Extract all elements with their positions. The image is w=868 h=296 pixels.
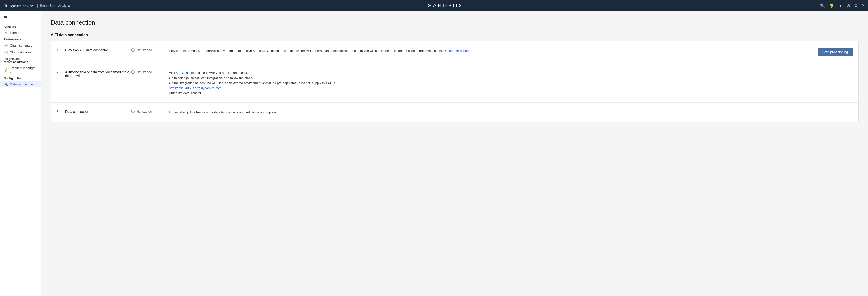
app-name: Smart Store Analytics [40,4,71,7]
step-2-name: Authorize flow of data from your smart s… [65,70,131,78]
sidebar-item-data-connection[interactable]: 🔌 Data connection [0,81,41,87]
step-2-line-1: Visit AiFi Console and log in with you a… [169,71,248,75]
sidebar-section-analytics: Analytics [0,23,41,29]
step-2-radio [131,71,134,74]
filter-icon[interactable]: ⊘ [847,3,850,8]
section-title: AiFi data connection [51,33,859,37]
brand-name: Dynamics 365 [10,4,33,8]
step-1-description: Provision the Smart Store Analytics envi… [169,48,810,53]
search-icon[interactable]: 🔍 [820,3,825,8]
step-1-action: Start provisioning [810,48,852,56]
topbar: ⊞ Dynamics 365 | Smart Store Analytics S… [0,0,868,11]
sidebar-item-frequently-label: Frequently bought t... [10,66,37,73]
bar-chart-icon: 📊 [4,50,8,54]
sidebar-item-store-label: Store drilldown [10,50,31,54]
start-provisioning-button[interactable]: Start provisioning [818,48,852,56]
step-3-status: Not started [131,109,169,113]
step-2-line-3: On the integration screen, the URL for t… [169,81,335,85]
sidebar-item-chain-summary[interactable]: 📈 Chain summary [0,42,41,49]
step-2-number: 2. [57,70,65,74]
sidebar-section-performance: Performance [0,36,41,42]
settings-icon[interactable]: ⚙ [854,3,858,8]
aifi-console-link[interactable]: AiFi Console [176,71,194,75]
help-icon[interactable]: ? [862,3,864,8]
customer-support-link[interactable]: Customer support. [445,49,471,53]
brand-separator: | [37,4,38,7]
step-3-name: Data connection [65,109,131,113]
plus-icon[interactable]: ＋ [838,3,842,8]
chart-icon: 📈 [4,44,8,47]
insights-icon: 💡 [4,68,8,72]
sidebar-item-chain-label: Chain summary [10,44,32,47]
sidebar-item-data-connection-label: Data connection [10,82,33,86]
step-2-line-2: Go to settings, select Start integration… [169,76,253,80]
step-3-row: 3. Data connection Not started It may ta… [51,103,858,122]
dataverse-url-link[interactable]: https://ssa0405us.crm.dynamics.com. [169,86,222,90]
sidebar: ☰ Analytics ⌂ Home Performance 📈 Chain s… [0,11,41,296]
main-content: Data connection AiFi data connection 1. … [41,11,868,296]
step-1-number: 1. [57,48,65,52]
home-icon: ⌂ [4,31,8,34]
topbar-icons: 🔍 💡 ＋ ⊘ ⚙ ? [820,3,864,8]
step-2-status: Not started [131,70,169,74]
layout: ☰ Analytics ⌂ Home Performance 📈 Chain s… [0,11,868,296]
step-1-status-text: Not started [136,48,152,52]
steps-card: 1. Provision AiFi data connector Not sta… [51,41,859,122]
data-connection-icon: 🔌 [4,82,8,86]
lightbulb-icon[interactable]: 💡 [829,3,834,8]
sidebar-item-home-label: Home [10,31,19,34]
sidebar-section-insights: Insights andrecommendations [0,55,41,65]
step-1-row: 1. Provision AiFi data connector Not sta… [51,41,858,63]
sidebar-item-frequently-bought[interactable]: 💡 Frequently bought t... [0,65,41,75]
step-2-description: Visit AiFi Console and log in with you a… [169,70,810,96]
page-title: Data connection [51,19,859,26]
step-2-row: 2. Authorize flow of data from your smar… [51,63,858,103]
step-3-number: 3. [57,109,65,113]
step-3-description: It may take up to a few days for data to… [169,109,810,115]
sidebar-menu-toggle[interactable]: ☰ [0,13,41,23]
step-3-status-text: Not started [136,110,152,113]
step-1-status: Not started [131,48,169,52]
sidebar-item-home[interactable]: ⌂ Home [0,29,41,36]
step-3-radio [131,110,134,113]
step-2-status-text: Not started [136,70,152,74]
step-1-name: Provision AiFi data connector [65,48,131,52]
step-2-line-5: Authorize data transfer. [169,91,202,95]
sidebar-section-configuration: Configuration [0,75,41,81]
waffle-icon[interactable]: ⊞ [4,4,7,8]
sandbox-label: SANDBOX [71,3,820,9]
step-1-radio [131,49,134,52]
sidebar-item-store-drilldown[interactable]: 📊 Store drilldown [0,49,41,55]
